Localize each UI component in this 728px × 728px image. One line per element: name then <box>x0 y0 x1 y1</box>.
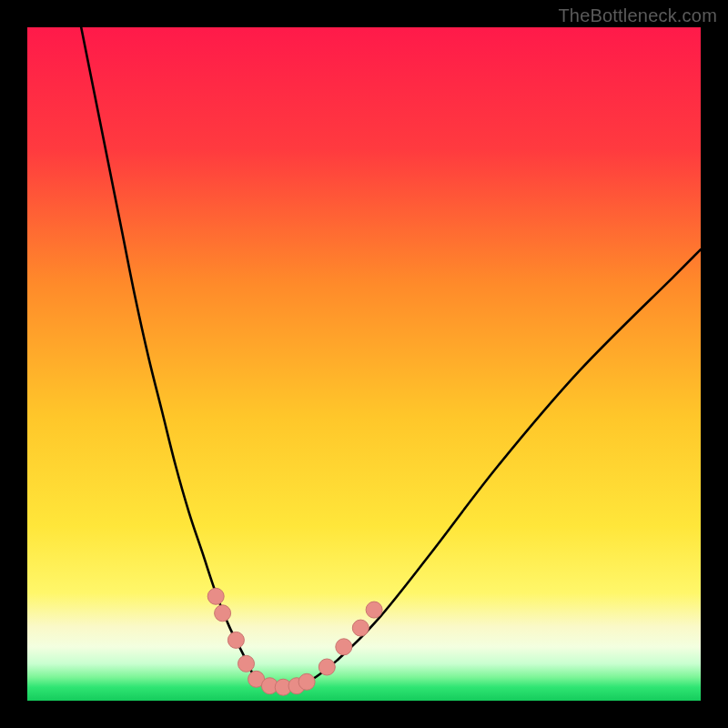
data-marker <box>366 602 382 618</box>
data-marker <box>207 588 224 604</box>
bottleneck-curve-svg <box>27 27 701 701</box>
plot-area <box>27 27 701 701</box>
data-marker <box>238 655 255 672</box>
data-marker <box>318 659 335 675</box>
chart-frame: TheBottleneck.com <box>0 0 728 728</box>
watermark-text: TheBottleneck.com <box>558 5 717 26</box>
bottleneck-curve <box>81 27 701 688</box>
data-marker <box>215 605 231 622</box>
data-marker <box>228 632 244 648</box>
data-marker <box>336 639 352 655</box>
data-marker <box>352 620 369 636</box>
data-marker <box>298 673 315 690</box>
